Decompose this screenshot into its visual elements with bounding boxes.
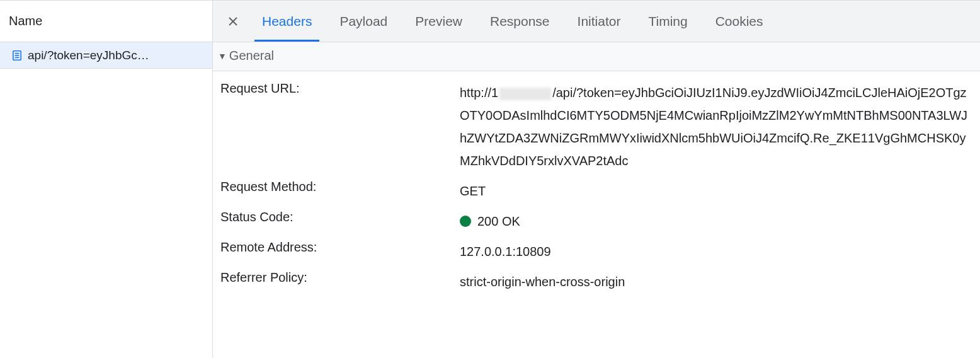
tab-payload[interactable]: Payload (326, 1, 401, 42)
request-method-row: Request Method: GET (220, 176, 974, 206)
request-url-row: Request URL: http://1/api/?token=eyJhbGc… (220, 78, 974, 176)
close-icon (227, 16, 239, 27)
remote-address-label: Remote Address: (220, 240, 460, 255)
tabs-bar: Headers Payload Preview Response Initiat… (213, 1, 980, 42)
referrer-policy-value: strict-origin-when-cross-origin (460, 270, 974, 293)
close-details-button[interactable] (218, 1, 248, 42)
details-panel: Headers Payload Preview Response Initiat… (213, 1, 980, 358)
tab-cookies[interactable]: Cookies (702, 1, 777, 42)
referrer-policy-label: Referrer Policy: (220, 270, 460, 285)
request-method-value: GET (460, 180, 974, 202)
tab-response[interactable]: Response (476, 1, 564, 42)
remote-address-value: 127.0.0.1:10809 (460, 240, 974, 263)
tab-timing[interactable]: Timing (634, 1, 701, 42)
referrer-policy-row: Referrer Policy: strict-origin-when-cros… (220, 267, 974, 297)
general-list: Request URL: http://1/api/?token=eyJhbGc… (213, 71, 980, 304)
headers-content: ▼ General Request URL: http://1/api/?tok… (213, 42, 980, 358)
status-code-label: Status Code: (220, 210, 460, 224)
request-url-label: Request URL: (220, 81, 460, 96)
tab-preview[interactable]: Preview (401, 1, 476, 42)
status-dot-icon (460, 216, 471, 227)
tab-initiator[interactable]: Initiator (564, 1, 635, 42)
status-code-row: Status Code: 200 OK (220, 206, 974, 236)
general-section-toggle[interactable]: ▼ General (213, 42, 980, 71)
redacted-host (499, 88, 551, 100)
remote-address-row: Remote Address: 127.0.0.1:10809 (220, 236, 974, 267)
request-url-value: http://1/api/?token=eyJhbGciOiJIUzI1NiJ9… (460, 81, 974, 172)
tab-headers[interactable]: Headers (248, 1, 326, 42)
request-list-panel: Name api/?token=eyJhbGc… (0, 1, 213, 358)
document-icon (11, 50, 23, 61)
request-row[interactable]: api/?token=eyJhbGc… (0, 42, 212, 69)
triangle-down-icon: ▼ (218, 51, 227, 61)
status-code-value: 200 OK (460, 210, 974, 233)
general-section-title: General (229, 49, 274, 63)
request-name: api/?token=eyJhbGc… (28, 49, 149, 62)
name-column-header: Name (0, 1, 212, 42)
request-method-label: Request Method: (220, 180, 460, 194)
